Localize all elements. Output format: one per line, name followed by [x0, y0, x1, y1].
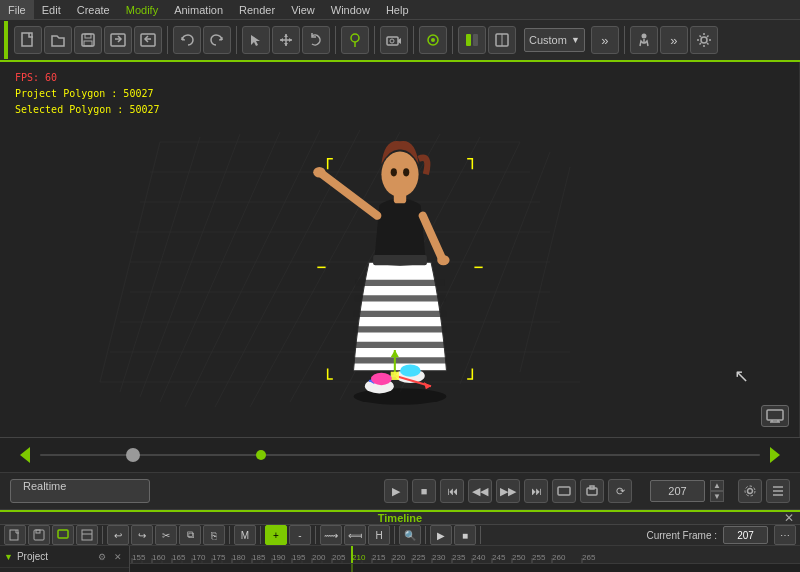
menu-window[interactable]: Window [323, 0, 378, 19]
sub-track-project[interactable]: Project ✕ [0, 568, 129, 572]
undo-button[interactable] [173, 26, 201, 54]
selected-polygon-count: Selected Polygon : 50027 [15, 102, 160, 118]
realtime-button[interactable]: Realtime [10, 479, 150, 503]
svg-line-55 [322, 174, 377, 215]
tool-settings-button[interactable] [690, 26, 718, 54]
step-back-button[interactable]: ◀◀ [468, 479, 492, 503]
svg-text:225: 225 [412, 553, 426, 562]
export-button[interactable] [134, 26, 162, 54]
tl-insert-button[interactable]: ⟿ [320, 525, 342, 545]
tl-add-key-button[interactable]: + [265, 525, 287, 545]
svg-text:250: 250 [512, 553, 526, 562]
menu-edit[interactable]: Edit [34, 0, 69, 19]
tl-layout-button[interactable] [76, 525, 98, 545]
play-button[interactable]: ▶ [384, 479, 408, 503]
tl-delete-button[interactable]: ⟽ [344, 525, 366, 545]
tl-undo-button[interactable]: ↩ [107, 525, 129, 545]
character-tool-button[interactable] [630, 26, 658, 54]
tl-play-button[interactable]: ▶ [430, 525, 452, 545]
tl-stop-button[interactable]: ■ [454, 525, 476, 545]
expand-toolbar-button[interactable]: » [591, 26, 619, 54]
tl-key-button[interactable]: M [234, 525, 256, 545]
menu-animation[interactable]: Animation [166, 0, 231, 19]
step-start-button[interactable]: ⏮ [440, 479, 464, 503]
tl-save-button[interactable] [28, 525, 50, 545]
menu-render[interactable]: Render [231, 0, 283, 19]
loop-button[interactable] [552, 479, 576, 503]
tl-copy-button[interactable]: ⧉ [179, 525, 201, 545]
step-end-button[interactable]: ⏭ [524, 479, 548, 503]
project-track-header[interactable]: ▼ Project ⚙ ✕ [0, 546, 129, 568]
menu-file[interactable]: File [0, 0, 34, 19]
current-frame-input[interactable] [723, 526, 768, 544]
viewport-overlay-icon[interactable] [761, 405, 789, 427]
frame-down-button[interactable]: ▼ [710, 491, 724, 502]
timeline-ruler[interactable]: 155 160 165 170 175 180 185 [130, 546, 800, 564]
viewport-panel[interactable]: FPS: 60 Project Polygon : 50027 Selected… [0, 62, 800, 437]
svg-text:155: 155 [132, 553, 146, 562]
tl-viewport-button[interactable] [52, 525, 74, 545]
marks-button[interactable] [766, 479, 790, 503]
select-tool-button[interactable] [242, 26, 270, 54]
track-close-icon[interactable]: ✕ [111, 550, 125, 564]
tl-file-button[interactable] [4, 525, 26, 545]
menu-help[interactable]: Help [378, 0, 417, 19]
project-polygon-count: Project Polygon : 50027 [15, 86, 160, 102]
timeline-tracks: ▼ Project ⚙ ✕ Project ✕ Switcher [0, 546, 130, 572]
scrubber-track[interactable] [40, 454, 760, 456]
timeline-close-button[interactable]: ✕ [784, 511, 794, 525]
redo-button[interactable] [203, 26, 231, 54]
extra-play-button[interactable]: ⟳ [608, 479, 632, 503]
render-preview-button[interactable] [419, 26, 447, 54]
scrubber-dot [256, 450, 266, 460]
paint-tool-button[interactable] [341, 26, 369, 54]
step-forward-button[interactable]: ▶▶ [496, 479, 520, 503]
scrubber-handle[interactable] [126, 448, 140, 462]
svg-text:200: 200 [312, 553, 326, 562]
dropdown-arrow-icon: ▼ [571, 35, 580, 45]
svg-rect-6 [141, 34, 155, 46]
rotate-tool-button[interactable] [302, 26, 330, 54]
viewport2-button[interactable] [488, 26, 516, 54]
tl-remove-key-button[interactable]: - [289, 525, 311, 545]
camera-button[interactable] [380, 26, 408, 54]
tl-cut-button[interactable]: ✂ [155, 525, 177, 545]
new-file-button[interactable] [14, 26, 42, 54]
scrubber-left-marker[interactable] [20, 447, 30, 463]
sep7 [624, 26, 625, 54]
tl-settings-button[interactable]: ⋯ [774, 525, 796, 545]
keyframe-area[interactable] [130, 564, 800, 572]
track-settings-icon[interactable]: ⚙ [95, 550, 109, 564]
svg-point-15 [431, 38, 435, 42]
svg-text:190: 190 [272, 553, 286, 562]
tl-zoom-in-button[interactable]: 🔍 [399, 525, 421, 545]
capture-button[interactable] [580, 479, 604, 503]
loop-icon [557, 484, 571, 498]
open-file-button[interactable] [44, 26, 72, 54]
menu-view[interactable]: View [283, 0, 323, 19]
svg-text:175: 175 [212, 553, 226, 562]
tl-redo-button[interactable]: ↪ [131, 525, 153, 545]
save-file-button[interactable] [74, 26, 102, 54]
import-button[interactable] [104, 26, 132, 54]
move-tool-button[interactable] [272, 26, 300, 54]
frame-up-button[interactable]: ▲ [710, 480, 724, 491]
layout-dropdown[interactable]: Custom ▼ [524, 28, 585, 52]
svg-rect-54 [373, 255, 427, 265]
extra-tool-button[interactable]: » [660, 26, 688, 54]
svg-point-20 [641, 34, 646, 39]
tl-sep7 [480, 526, 481, 544]
tl-sep4 [315, 526, 316, 544]
menu-modify[interactable]: Modify [118, 0, 166, 19]
viewport1-button[interactable] [458, 26, 486, 54]
frame-number-input[interactable] [650, 480, 705, 502]
tl-sep5 [394, 526, 395, 544]
tl-more-button[interactable]: H [368, 525, 390, 545]
svg-text:265: 265 [582, 553, 596, 562]
settings-button[interactable] [738, 479, 762, 503]
tl-paste-button[interactable]: ⎘ [203, 525, 225, 545]
tl-save-icon [33, 529, 45, 541]
menu-create[interactable]: Create [69, 0, 118, 19]
scrubber-right-marker[interactable] [770, 447, 780, 463]
stop-button[interactable]: ■ [412, 479, 436, 503]
